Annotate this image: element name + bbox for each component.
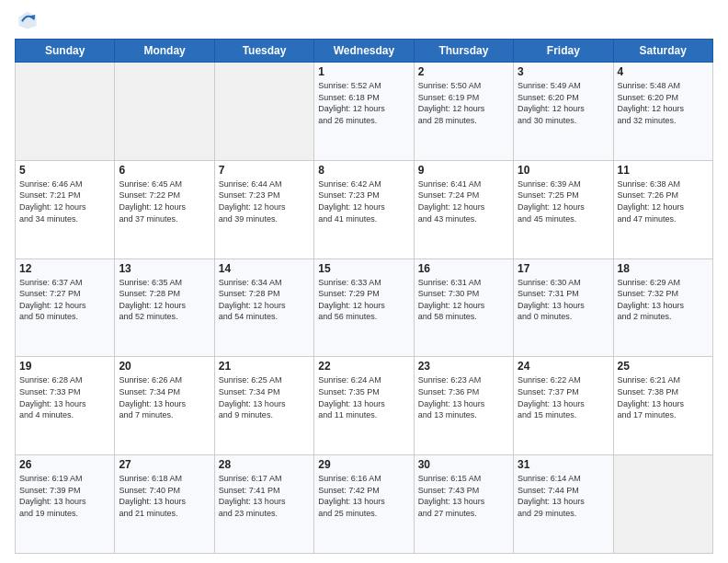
day-info: Sunrise: 6:39 AM Sunset: 7:25 PM Dayligh… bbox=[518, 178, 609, 224]
calendar-cell: 10Sunrise: 6:39 AM Sunset: 7:25 PM Dayli… bbox=[514, 160, 613, 259]
calendar-cell: 30Sunrise: 6:15 AM Sunset: 7:43 PM Dayli… bbox=[414, 455, 513, 554]
day-info: Sunrise: 6:44 AM Sunset: 7:23 PM Dayligh… bbox=[219, 178, 310, 224]
day-number: 11 bbox=[618, 164, 709, 177]
svg-marker-0 bbox=[18, 11, 36, 29]
day-number: 10 bbox=[518, 164, 609, 177]
day-number: 13 bbox=[119, 262, 210, 275]
day-of-week-header: Tuesday bbox=[214, 40, 313, 63]
day-info: Sunrise: 6:33 AM Sunset: 7:29 PM Dayligh… bbox=[318, 277, 409, 323]
day-info: Sunrise: 6:18 AM Sunset: 7:40 PM Dayligh… bbox=[119, 473, 210, 519]
page: SundayMondayTuesdayWednesdayThursdayFrid… bbox=[0, 0, 728, 563]
calendar-cell: 26Sunrise: 6:19 AM Sunset: 7:39 PM Dayli… bbox=[16, 455, 115, 554]
day-info: Sunrise: 6:14 AM Sunset: 7:44 PM Dayligh… bbox=[518, 473, 609, 519]
day-info: Sunrise: 5:49 AM Sunset: 6:20 PM Dayligh… bbox=[518, 80, 609, 126]
day-number: 23 bbox=[418, 360, 509, 373]
calendar-cell bbox=[16, 63, 115, 161]
day-of-week-header: Saturday bbox=[613, 40, 712, 63]
day-info: Sunrise: 6:21 AM Sunset: 7:38 PM Dayligh… bbox=[618, 374, 709, 420]
day-info: Sunrise: 6:41 AM Sunset: 7:24 PM Dayligh… bbox=[418, 178, 509, 224]
day-number: 25 bbox=[618, 360, 709, 373]
calendar-cell: 24Sunrise: 6:22 AM Sunset: 7:37 PM Dayli… bbox=[514, 357, 613, 455]
day-number: 20 bbox=[119, 360, 210, 373]
day-info: Sunrise: 6:15 AM Sunset: 7:43 PM Dayligh… bbox=[418, 473, 509, 519]
day-info: Sunrise: 6:19 AM Sunset: 7:39 PM Dayligh… bbox=[19, 473, 110, 519]
day-number: 1 bbox=[318, 65, 409, 78]
day-of-week-header: Thursday bbox=[414, 40, 513, 63]
calendar-cell: 28Sunrise: 6:17 AM Sunset: 7:41 PM Dayli… bbox=[214, 455, 313, 554]
day-info: Sunrise: 6:38 AM Sunset: 7:26 PM Dayligh… bbox=[618, 178, 709, 224]
calendar-cell: 7Sunrise: 6:44 AM Sunset: 7:23 PM Daylig… bbox=[214, 160, 313, 259]
day-number: 19 bbox=[19, 360, 110, 373]
day-info: Sunrise: 6:25 AM Sunset: 7:34 PM Dayligh… bbox=[219, 374, 310, 420]
day-number: 4 bbox=[618, 65, 709, 78]
day-info: Sunrise: 6:46 AM Sunset: 7:21 PM Dayligh… bbox=[19, 178, 110, 224]
day-number: 18 bbox=[618, 262, 709, 275]
day-of-week-header: Monday bbox=[115, 40, 214, 63]
calendar-cell: 25Sunrise: 6:21 AM Sunset: 7:38 PM Dayli… bbox=[613, 357, 712, 455]
day-number: 9 bbox=[418, 164, 509, 177]
day-number: 28 bbox=[219, 458, 310, 471]
day-info: Sunrise: 6:42 AM Sunset: 7:23 PM Dayligh… bbox=[318, 178, 409, 224]
day-number: 16 bbox=[418, 262, 509, 275]
day-info: Sunrise: 5:48 AM Sunset: 6:20 PM Dayligh… bbox=[618, 80, 709, 126]
calendar-cell: 16Sunrise: 6:31 AM Sunset: 7:30 PM Dayli… bbox=[414, 259, 513, 357]
day-number: 22 bbox=[318, 360, 409, 373]
day-info: Sunrise: 6:28 AM Sunset: 7:33 PM Dayligh… bbox=[19, 374, 110, 420]
calendar-cell: 6Sunrise: 6:45 AM Sunset: 7:22 PM Daylig… bbox=[115, 160, 214, 259]
day-info: Sunrise: 6:31 AM Sunset: 7:30 PM Dayligh… bbox=[418, 277, 509, 323]
calendar-week-row: 12Sunrise: 6:37 AM Sunset: 7:27 PM Dayli… bbox=[16, 259, 713, 357]
day-info: Sunrise: 6:22 AM Sunset: 7:37 PM Dayligh… bbox=[518, 374, 609, 420]
calendar-cell: 2Sunrise: 5:50 AM Sunset: 6:19 PM Daylig… bbox=[414, 63, 513, 161]
calendar-week-row: 26Sunrise: 6:19 AM Sunset: 7:39 PM Dayli… bbox=[16, 455, 713, 554]
calendar-cell: 13Sunrise: 6:35 AM Sunset: 7:28 PM Dayli… bbox=[115, 259, 214, 357]
day-info: Sunrise: 6:30 AM Sunset: 7:31 PM Dayligh… bbox=[518, 277, 609, 323]
day-number: 24 bbox=[518, 360, 609, 373]
day-info: Sunrise: 6:37 AM Sunset: 7:27 PM Dayligh… bbox=[19, 277, 110, 323]
day-number: 15 bbox=[318, 262, 409, 275]
calendar-cell: 29Sunrise: 6:16 AM Sunset: 7:42 PM Dayli… bbox=[314, 455, 414, 554]
day-of-week-header: Friday bbox=[514, 40, 613, 63]
calendar-cell: 17Sunrise: 6:30 AM Sunset: 7:31 PM Dayli… bbox=[514, 259, 613, 357]
calendar-cell: 21Sunrise: 6:25 AM Sunset: 7:34 PM Dayli… bbox=[214, 357, 313, 455]
day-number: 14 bbox=[219, 262, 310, 275]
day-info: Sunrise: 6:23 AM Sunset: 7:36 PM Dayligh… bbox=[418, 374, 509, 420]
calendar-cell: 18Sunrise: 6:29 AM Sunset: 7:32 PM Dayli… bbox=[613, 259, 712, 357]
calendar-cell: 8Sunrise: 6:42 AM Sunset: 7:23 PM Daylig… bbox=[314, 160, 414, 259]
calendar-cell: 20Sunrise: 6:26 AM Sunset: 7:34 PM Dayli… bbox=[115, 357, 214, 455]
calendar-cell: 9Sunrise: 6:41 AM Sunset: 7:24 PM Daylig… bbox=[414, 160, 513, 259]
day-number: 3 bbox=[518, 65, 609, 78]
day-info: Sunrise: 6:26 AM Sunset: 7:34 PM Dayligh… bbox=[119, 374, 210, 420]
calendar-cell: 1Sunrise: 5:52 AM Sunset: 6:18 PM Daylig… bbox=[314, 63, 414, 161]
day-info: Sunrise: 6:35 AM Sunset: 7:28 PM Dayligh… bbox=[119, 277, 210, 323]
calendar-week-row: 5Sunrise: 6:46 AM Sunset: 7:21 PM Daylig… bbox=[16, 160, 713, 259]
calendar-cell bbox=[613, 455, 712, 554]
day-info: Sunrise: 6:29 AM Sunset: 7:32 PM Dayligh… bbox=[618, 277, 709, 323]
day-info: Sunrise: 6:24 AM Sunset: 7:35 PM Dayligh… bbox=[318, 374, 409, 420]
day-number: 27 bbox=[119, 458, 210, 471]
calendar-cell: 11Sunrise: 6:38 AM Sunset: 7:26 PM Dayli… bbox=[613, 160, 712, 259]
calendar-cell: 4Sunrise: 5:48 AM Sunset: 6:20 PM Daylig… bbox=[613, 63, 712, 161]
day-number: 26 bbox=[19, 458, 110, 471]
day-number: 29 bbox=[318, 458, 409, 471]
day-number: 8 bbox=[318, 164, 409, 177]
header bbox=[15, 9, 713, 31]
day-number: 5 bbox=[19, 164, 110, 177]
day-number: 21 bbox=[219, 360, 310, 373]
calendar-table: SundayMondayTuesdayWednesdayThursdayFrid… bbox=[15, 39, 713, 554]
day-number: 2 bbox=[418, 65, 509, 78]
day-number: 31 bbox=[518, 458, 609, 471]
day-of-week-header: Wednesday bbox=[314, 40, 414, 63]
calendar-cell bbox=[214, 63, 313, 161]
calendar-week-row: 1Sunrise: 5:52 AM Sunset: 6:18 PM Daylig… bbox=[16, 63, 713, 161]
calendar-cell: 14Sunrise: 6:34 AM Sunset: 7:28 PM Dayli… bbox=[214, 259, 313, 357]
day-number: 17 bbox=[518, 262, 609, 275]
day-info: Sunrise: 5:52 AM Sunset: 6:18 PM Dayligh… bbox=[318, 80, 409, 126]
day-info: Sunrise: 6:34 AM Sunset: 7:28 PM Dayligh… bbox=[219, 277, 310, 323]
calendar-cell: 27Sunrise: 6:18 AM Sunset: 7:40 PM Dayli… bbox=[115, 455, 214, 554]
day-info: Sunrise: 5:50 AM Sunset: 6:19 PM Dayligh… bbox=[418, 80, 509, 126]
calendar-cell: 3Sunrise: 5:49 AM Sunset: 6:20 PM Daylig… bbox=[514, 63, 613, 161]
calendar-week-row: 19Sunrise: 6:28 AM Sunset: 7:33 PM Dayli… bbox=[16, 357, 713, 455]
day-info: Sunrise: 6:17 AM Sunset: 7:41 PM Dayligh… bbox=[219, 473, 310, 519]
calendar-cell: 5Sunrise: 6:46 AM Sunset: 7:21 PM Daylig… bbox=[16, 160, 115, 259]
calendar-cell: 23Sunrise: 6:23 AM Sunset: 7:36 PM Dayli… bbox=[414, 357, 513, 455]
